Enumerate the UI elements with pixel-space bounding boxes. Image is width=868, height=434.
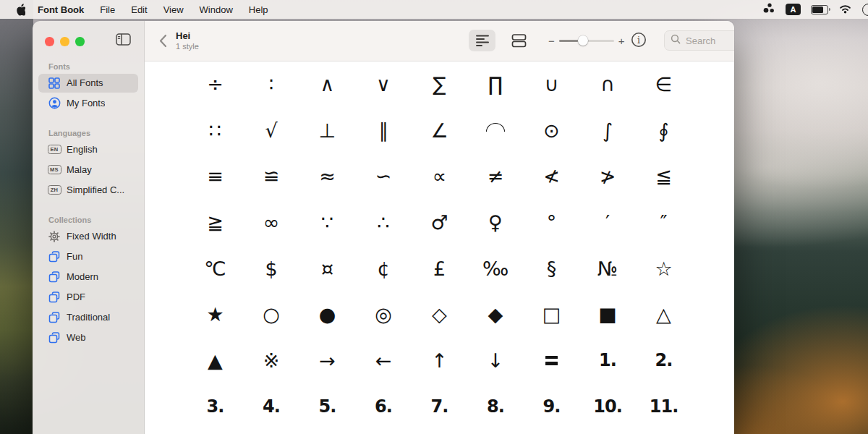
glyph-cell[interactable]: ◇	[412, 292, 468, 338]
glyph-cell[interactable]: ※	[243, 338, 299, 384]
info-button[interactable]: i	[631, 32, 647, 51]
glyph-cell[interactable]: ∩	[579, 61, 636, 108]
glyph-cell[interactable]: ≌	[243, 153, 299, 200]
menu-item-edit[interactable]: Edit	[123, 4, 155, 15]
glyph-cell[interactable]: ♂	[412, 200, 468, 246]
glyph-cell[interactable]: ℃	[187, 245, 244, 292]
glyph-cell[interactable]	[467, 108, 524, 154]
menu-item-help[interactable]: Help	[241, 4, 276, 15]
glyph-cell[interactable]: ≈	[299, 153, 356, 200]
sidebar-item-pdf[interactable]: PDF	[38, 288, 138, 307]
glyph-cell[interactable]: 8.	[467, 383, 524, 430]
glyph-cell[interactable]: 7.	[412, 383, 468, 430]
sample-view-button[interactable]	[469, 30, 495, 51]
glyph-cell[interactable]: ″	[636, 200, 692, 246]
glyph-cell[interactable]: $	[243, 245, 299, 292]
glyph-cell[interactable]: ‰	[467, 245, 524, 292]
glyph-cell[interactable]: §	[524, 245, 580, 292]
glyph-cell[interactable]: ¢	[355, 245, 412, 292]
glyph-cell[interactable]: 9.	[524, 383, 580, 430]
glyph-cell[interactable]: ◎	[355, 292, 412, 338]
glyph-cell[interactable]: ∴	[355, 200, 412, 246]
input-source-icon[interactable]: A	[786, 4, 801, 15]
sidebar-item-malay[interactable]: MSMalay	[38, 161, 138, 179]
glyph-cell[interactable]: ▲	[187, 338, 244, 384]
glyph-cell[interactable]: ∽	[355, 153, 412, 200]
glyph-cell[interactable]: 2.	[636, 338, 692, 384]
glyph-cell[interactable]: ∠	[412, 108, 468, 154]
glyph-cell[interactable]: △	[636, 292, 692, 338]
battery-icon[interactable]	[811, 5, 828, 14]
zoom-in-button[interactable]: +	[614, 35, 629, 47]
glyph-cell[interactable]: ∥	[355, 108, 412, 154]
glyph-cell[interactable]: ≠	[467, 153, 524, 200]
glyph-cell[interactable]: ∑	[412, 61, 468, 108]
glyph-cell[interactable]: ☆	[636, 245, 692, 292]
status-dots-icon[interactable]	[763, 3, 775, 16]
glyph-cell[interactable]: ∶	[243, 61, 299, 108]
glyph-cell[interactable]: °	[524, 200, 580, 246]
glyph-cell[interactable]: ∪	[524, 61, 580, 108]
sidebar-item-modern[interactable]: Modern	[38, 268, 138, 286]
apple-menu-icon[interactable]	[14, 4, 25, 16]
zoom-button[interactable]	[75, 37, 85, 46]
glyph-cell[interactable]: ≯	[579, 153, 636, 200]
glyph-cell[interactable]: ←	[355, 338, 412, 384]
glyph-cell[interactable]: £	[412, 245, 468, 292]
sidebar-item-fixed-width[interactable]: Fixed Width	[38, 227, 138, 246]
glyph-cell[interactable]: ¤	[299, 245, 356, 292]
glyph-cell[interactable]: ∷	[187, 108, 244, 154]
glyph-cell[interactable]: ○	[243, 292, 299, 338]
size-slider[interactable]	[559, 30, 614, 51]
glyph-cell[interactable]: ≦	[636, 153, 692, 200]
search-field[interactable]	[664, 30, 734, 51]
glyph-cell[interactable]: ∨	[355, 61, 412, 108]
back-button[interactable]	[156, 31, 170, 51]
sidebar-item-all-fonts[interactable]: All Fonts	[38, 74, 138, 93]
search-input[interactable]	[684, 35, 734, 47]
glyph-cell[interactable]: ∏	[467, 61, 524, 108]
glyph-cell[interactable]: 3.	[187, 383, 244, 430]
glyph-cell[interactable]: ★	[187, 292, 244, 338]
minimize-button[interactable]	[60, 37, 69, 46]
glyph-cell[interactable]: 5.	[299, 383, 356, 430]
glyph-cell[interactable]: □	[524, 292, 580, 338]
close-button[interactable]	[45, 37, 54, 46]
glyph-cell[interactable]: →	[299, 338, 356, 384]
sidebar-toggle-icon[interactable]	[116, 33, 131, 48]
glyph-cell[interactable]: ⊙	[524, 108, 580, 154]
sidebar-item-fun[interactable]: Fun	[38, 247, 138, 266]
menu-item-view[interactable]: View	[156, 4, 192, 15]
list-view-button[interactable]	[506, 30, 532, 51]
glyph-cell[interactable]: ♀	[467, 200, 524, 246]
glyph-cell[interactable]: 4.	[243, 383, 299, 430]
glyph-cell[interactable]: ≮	[524, 153, 580, 200]
zoom-out-button[interactable]: −	[544, 35, 559, 47]
glyph-cell[interactable]: ∫	[579, 108, 636, 154]
wifi-icon[interactable]	[838, 3, 852, 16]
glyph-cell[interactable]: √	[243, 108, 299, 154]
glyph-cell[interactable]: ↓	[467, 338, 524, 384]
glyph-cell[interactable]: ↑	[412, 338, 468, 384]
slider-knob[interactable]	[578, 35, 588, 46]
sidebar-item-my-fonts[interactable]: My Fonts	[38, 94, 138, 113]
glyph-cell[interactable]: ∝	[412, 153, 468, 200]
sidebar-item-web[interactable]: Web	[38, 328, 138, 347]
glyph-cell[interactable]: №	[579, 245, 636, 292]
sidebar-item-english[interactable]: ENEnglish	[38, 140, 138, 159]
sidebar-item-traditional[interactable]: Traditional	[38, 308, 138, 327]
glyph-cell[interactable]: 6.	[355, 383, 412, 430]
glyph-cell[interactable]: ∈	[636, 61, 692, 108]
sidebar-item-simplified-c[interactable]: ZHSimplified C...	[38, 181, 138, 200]
menu-item-file[interactable]: File	[92, 4, 123, 15]
glyph-cell[interactable]: 1.	[579, 338, 636, 384]
glyph-cell[interactable]: ⊥	[299, 108, 356, 154]
glyph-cell[interactable]: ∧	[299, 61, 356, 108]
glyph-cell[interactable]: ≡	[187, 153, 244, 200]
menu-app-name[interactable]: Font Book	[30, 4, 92, 15]
glyph-cell[interactable]: ÷	[187, 61, 244, 108]
glyph-cell[interactable]: ≧	[187, 200, 244, 246]
glyph-cell[interactable]: ∮	[636, 108, 692, 154]
siri-icon[interactable]	[862, 4, 868, 16]
glyph-cell[interactable]: 11.	[636, 383, 692, 430]
